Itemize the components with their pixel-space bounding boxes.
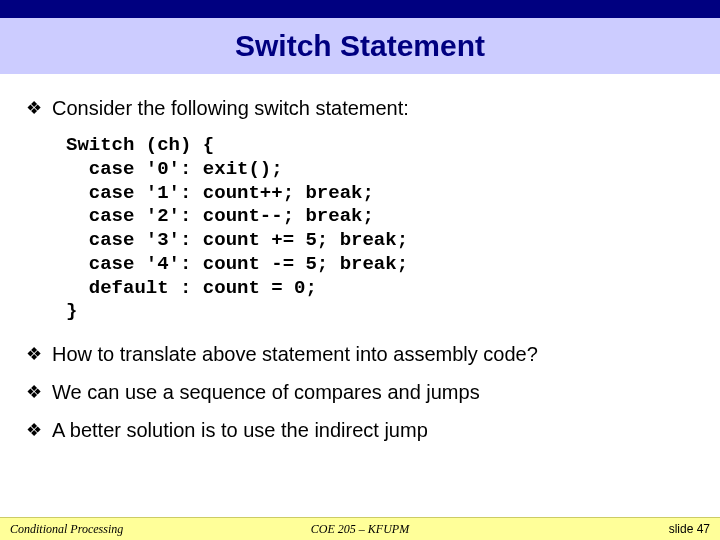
footer-right: slide 47: [669, 522, 710, 536]
top-bar: [0, 0, 720, 18]
footer: Conditional Processing COE 205 – KFUPM s…: [0, 517, 720, 540]
bullet-text: Consider the following switch statement:: [52, 96, 409, 120]
slide-title: Switch Statement: [235, 29, 485, 62]
bullet-item: ❖ We can use a sequence of compares and …: [26, 380, 694, 404]
title-band: Switch Statement: [0, 18, 720, 74]
bullet-item: ❖ How to translate above statement into …: [26, 342, 694, 366]
footer-left: Conditional Processing: [10, 522, 123, 537]
code-block: Switch (ch) { case '0': exit(); case '1'…: [66, 134, 694, 324]
bullet-text: We can use a sequence of compares and ju…: [52, 380, 480, 404]
bullet-text: How to translate above statement into as…: [52, 342, 538, 366]
diamond-bullet-icon: ❖: [26, 418, 42, 442]
diamond-bullet-icon: ❖: [26, 380, 42, 404]
diamond-bullet-icon: ❖: [26, 342, 42, 366]
content-area: ❖ Consider the following switch statemen…: [0, 74, 720, 442]
bullet-item: ❖ Consider the following switch statemen…: [26, 96, 694, 120]
bullet-item: ❖ A better solution is to use the indire…: [26, 418, 694, 442]
slide: Switch Statement ❖ Consider the followin…: [0, 0, 720, 540]
bullet-text: A better solution is to use the indirect…: [52, 418, 428, 442]
diamond-bullet-icon: ❖: [26, 96, 42, 120]
